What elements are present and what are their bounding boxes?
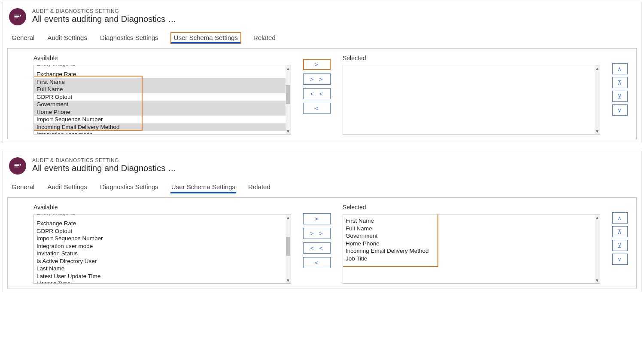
selected-label: Selected [343, 204, 600, 211]
list-item[interactable]: First Name [343, 217, 595, 225]
move-up-button[interactable]: ∧ [612, 212, 628, 224]
tabs-bar: General Audit Settings Diagnostics Setti… [5, 30, 639, 48]
scrollbar[interactable]: ▲ ▼ [595, 214, 600, 283]
snapshot-before: AUDIT & DIAGNOSTICS SETTING All events a… [3, 2, 641, 143]
list-item[interactable]: Incoming Email Delivery Method [34, 123, 286, 131]
available-listbox[interactable]: Entity Image Id Exchange Rate GDPR Optou… [33, 214, 291, 284]
list-item[interactable]: Last Name [34, 265, 286, 273]
move-top-button[interactable]: ⊼ [612, 226, 628, 237]
list-item[interactable]: Integration user mode [34, 242, 286, 250]
scroll-down-icon[interactable]: ▼ [595, 128, 600, 134]
available-label: Available [33, 55, 291, 61]
list-item[interactable]: Import Sequence Number [34, 235, 286, 242]
tabs-bar: General Audit Settings Diagnostics Setti… [5, 179, 639, 197]
list-item[interactable]: First Name [34, 78, 286, 86]
page-header: AUDIT & DIAGNOSTICS SETTING All events a… [5, 6, 639, 30]
scroll-thumb[interactable] [286, 85, 290, 104]
scroll-down-icon[interactable]: ▼ [286, 277, 291, 283]
page-header-text: AUDIT & DIAGNOSTICS SETTING All events a… [32, 157, 176, 173]
tab-general[interactable]: General [11, 181, 35, 193]
scrollbar[interactable]: ▲ ▼ [286, 65, 291, 134]
move-top-button[interactable]: ⊼ [612, 77, 628, 88]
rem-button[interactable]: < [303, 103, 331, 114]
list-item[interactable]: Latest User Update Time [34, 273, 286, 280]
list-item[interactable]: GDPR Optout [34, 227, 286, 235]
page-eyebrow: AUDIT & DIAGNOSTICS SETTING [32, 8, 176, 14]
scroll-thumb[interactable] [286, 237, 290, 256]
selected-column: Selected First Name Full Name Government… [343, 204, 600, 284]
selected-label: Selected [343, 55, 600, 61]
move-up-button[interactable]: ∧ [612, 63, 628, 74]
list-item[interactable]: Government [343, 232, 595, 240]
list-item[interactable]: Incoming Email Delivery Method [343, 247, 595, 255]
add-all-button[interactable]: > > [303, 74, 331, 85]
available-column: Available Entity Image Id Exchange Rate … [33, 55, 291, 135]
selected-listbox[interactable]: First Name Full Name Government Home Pho… [343, 214, 600, 284]
rem-all-button[interactable]: < < [303, 88, 331, 99]
available-column: Available Entity Image Id Exchange Rate … [33, 204, 291, 284]
scrollbar[interactable]: ▲ ▼ [286, 214, 291, 283]
scroll-up-icon[interactable]: ▲ [286, 214, 291, 221]
list-item[interactable]: Job Title [343, 255, 595, 263]
add-button[interactable]: > [303, 59, 331, 70]
move-down-button[interactable]: ∨ [612, 254, 628, 265]
scrollbar[interactable]: ▲ ▼ [595, 65, 600, 134]
page-title: All events auditing and Diagnostics … [32, 14, 176, 24]
schema-panel: Available Entity Image Id Exchange Rate … [7, 197, 637, 288]
available-label: Available [33, 204, 291, 211]
available-listbox[interactable]: Entity Image Id Exchange Rate First Name… [33, 65, 291, 135]
list-item[interactable]: Government [34, 101, 286, 108]
order-buttons: ∧ ⊼ ⊻ ∨ [612, 63, 628, 116]
move-bottom-button[interactable]: ⊻ [612, 240, 628, 251]
tab-audit-settings[interactable]: Audit Settings [46, 32, 88, 44]
list-item[interactable]: License Type [34, 280, 286, 283]
tab-related[interactable]: Related [247, 181, 271, 193]
mover-buttons: > > > < < < [303, 213, 331, 268]
list-item[interactable]: Exchange Rate [34, 220, 286, 227]
scroll-up-icon[interactable]: ▲ [595, 214, 600, 221]
list-item[interactable]: Integration user mode [34, 131, 286, 134]
move-bottom-button[interactable]: ⊻ [612, 91, 628, 102]
list-item[interactable]: GDPR Optout [34, 93, 286, 101]
list-item[interactable]: Exchange Rate [34, 70, 286, 78]
tab-audit-settings[interactable]: Audit Settings [46, 181, 88, 193]
tab-user-schema-settings[interactable]: User Schema Settings [170, 181, 236, 193]
list-item[interactable]: Full Name [34, 86, 286, 93]
move-down-button[interactable]: ∨ [612, 104, 628, 116]
selected-column: Selected ▲ ▼ [343, 55, 600, 135]
page-title: All events auditing and Diagnostics … [32, 163, 176, 173]
add-all-button[interactable]: > > [303, 228, 331, 239]
tab-related[interactable]: Related [252, 32, 276, 44]
tab-user-schema-settings[interactable]: User Schema Settings [170, 32, 241, 44]
list-item[interactable]: Import Sequence Number [34, 116, 286, 123]
page-header: AUDIT & DIAGNOSTICS SETTING All events a… [5, 155, 639, 179]
tab-general[interactable]: General [11, 32, 35, 44]
mover-buttons: > > > < < < [303, 59, 331, 114]
list-item[interactable]: Home Phone [34, 108, 286, 116]
list-item[interactable]: Full Name [343, 225, 595, 233]
rem-all-button[interactable]: < < [303, 242, 331, 254]
tab-diagnostics-settings[interactable]: Diagnostics Settings [99, 32, 159, 44]
entity-icon [9, 157, 26, 175]
list-item[interactable]: Home Phone [343, 240, 595, 248]
list-item[interactable]: Is Active Directory User [34, 257, 286, 265]
list-item[interactable]: Entity Image Id [34, 65, 286, 70]
list-item[interactable]: Entity Image Id [34, 214, 286, 220]
scroll-up-icon[interactable]: ▲ [595, 65, 600, 71]
entity-icon [9, 8, 26, 25]
selected-listbox[interactable]: ▲ ▼ [343, 65, 600, 135]
scroll-down-icon[interactable]: ▼ [286, 128, 291, 134]
order-buttons: ∧ ⊼ ⊻ ∨ [612, 212, 628, 265]
snapshot-after: AUDIT & DIAGNOSTICS SETTING All events a… [3, 151, 641, 292]
tab-diagnostics-settings[interactable]: Diagnostics Settings [99, 181, 159, 193]
page-header-text: AUDIT & DIAGNOSTICS SETTING All events a… [32, 8, 176, 24]
list-item[interactable]: Invitation Status [34, 250, 286, 257]
scroll-up-icon[interactable]: ▲ [286, 65, 291, 71]
add-button[interactable]: > [303, 213, 331, 224]
schema-panel: Available Entity Image Id Exchange Rate … [7, 48, 637, 139]
page-eyebrow: AUDIT & DIAGNOSTICS SETTING [32, 157, 176, 163]
rem-button[interactable]: < [303, 257, 331, 268]
scroll-down-icon[interactable]: ▼ [595, 277, 600, 283]
